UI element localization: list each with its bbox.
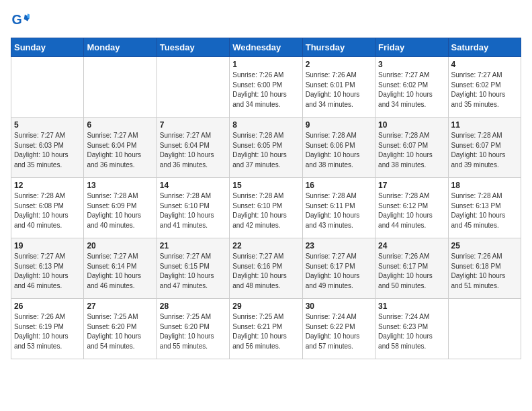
calendar-cell: 3Sunrise: 7:27 AM Sunset: 6:02 PM Daylig… [375, 57, 448, 118]
day-info: Sunrise: 7:24 AM Sunset: 6:23 PM Dayligh… [378, 312, 445, 351]
day-info: Sunrise: 7:28 AM Sunset: 6:07 PM Dayligh… [451, 131, 518, 170]
day-number: 28 [160, 302, 226, 311]
day-info: Sunrise: 7:27 AM Sunset: 6:03 PM Dayligh… [14, 131, 81, 170]
day-info: Sunrise: 7:27 AM Sunset: 6:02 PM Dayligh… [451, 71, 518, 109]
day-info: Sunrise: 7:24 AM Sunset: 6:22 PM Dayligh… [306, 312, 372, 351]
calendar-cell: 11Sunrise: 7:28 AM Sunset: 6:07 PM Dayli… [448, 118, 521, 178]
day-info: Sunrise: 7:28 AM Sunset: 6:05 PM Dayligh… [232, 131, 299, 170]
day-info: Sunrise: 7:25 AM Sunset: 6:20 PM Dayligh… [160, 312, 226, 351]
calendar-body: 1Sunrise: 7:26 AM Sunset: 6:00 PM Daylig… [11, 57, 521, 359]
calendar-cell: 31Sunrise: 7:24 AM Sunset: 6:23 PM Dayli… [375, 299, 448, 359]
day-number: 8 [232, 120, 299, 130]
calendar-cell: 1Sunrise: 7:26 AM Sunset: 6:00 PM Daylig… [230, 57, 302, 118]
calendar-cell: 14Sunrise: 7:28 AM Sunset: 6:10 PM Dayli… [157, 178, 229, 238]
calendar-cell: 5Sunrise: 7:27 AM Sunset: 6:03 PM Daylig… [11, 118, 84, 178]
calendar-cell: 29Sunrise: 7:25 AM Sunset: 6:21 PM Dayli… [230, 299, 302, 359]
page-header: G [11, 11, 521, 30]
day-info: Sunrise: 7:27 AM Sunset: 6:04 PM Dayligh… [87, 131, 153, 170]
weekday-header: Wednesday [230, 38, 302, 57]
day-number: 24 [378, 241, 445, 250]
calendar-week-row: 5Sunrise: 7:27 AM Sunset: 6:03 PM Daylig… [11, 118, 521, 178]
calendar-cell: 6Sunrise: 7:27 AM Sunset: 6:04 PM Daylig… [84, 118, 157, 178]
calendar-header: SundayMondayTuesdayWednesdayThursdayFrid… [11, 38, 521, 57]
calendar-table: SundayMondayTuesdayWednesdayThursdayFrid… [11, 38, 521, 359]
calendar-cell: 17Sunrise: 7:28 AM Sunset: 6:12 PM Dayli… [375, 178, 448, 238]
day-number: 23 [306, 241, 372, 250]
calendar-cell: 12Sunrise: 7:28 AM Sunset: 6:08 PM Dayli… [11, 178, 84, 238]
calendar-cell: 28Sunrise: 7:25 AM Sunset: 6:20 PM Dayli… [157, 299, 229, 359]
calendar-cell: 15Sunrise: 7:28 AM Sunset: 6:10 PM Dayli… [230, 178, 302, 238]
day-info: Sunrise: 7:25 AM Sunset: 6:20 PM Dayligh… [87, 312, 153, 351]
calendar-cell: 7Sunrise: 7:27 AM Sunset: 6:04 PM Daylig… [157, 118, 229, 178]
day-info: Sunrise: 7:27 AM Sunset: 6:04 PM Dayligh… [160, 131, 226, 170]
day-info: Sunrise: 7:27 AM Sunset: 6:13 PM Dayligh… [14, 252, 81, 291]
day-number: 12 [14, 181, 81, 190]
day-info: Sunrise: 7:28 AM Sunset: 6:10 PM Dayligh… [232, 191, 299, 230]
day-number: 31 [378, 302, 445, 311]
calendar-cell: 2Sunrise: 7:26 AM Sunset: 6:01 PM Daylig… [302, 57, 375, 118]
day-info: Sunrise: 7:27 AM Sunset: 6:15 PM Dayligh… [160, 252, 226, 291]
day-number: 16 [306, 181, 372, 190]
day-number: 20 [87, 241, 153, 250]
weekday-header: Monday [84, 38, 157, 57]
day-number: 25 [451, 241, 518, 250]
day-info: Sunrise: 7:26 AM Sunset: 6:18 PM Dayligh… [451, 252, 518, 291]
day-number: 27 [87, 302, 153, 311]
day-info: Sunrise: 7:28 AM Sunset: 6:13 PM Dayligh… [451, 191, 518, 230]
day-info: Sunrise: 7:28 AM Sunset: 6:12 PM Dayligh… [378, 191, 445, 230]
calendar-cell [448, 299, 521, 359]
day-info: Sunrise: 7:28 AM Sunset: 6:08 PM Dayligh… [14, 191, 81, 230]
day-info: Sunrise: 7:28 AM Sunset: 6:09 PM Dayligh… [87, 191, 153, 230]
calendar-week-row: 19Sunrise: 7:27 AM Sunset: 6:13 PM Dayli… [11, 238, 521, 299]
day-number: 6 [87, 120, 153, 130]
calendar-cell: 20Sunrise: 7:27 AM Sunset: 6:14 PM Dayli… [84, 238, 157, 299]
day-info: Sunrise: 7:28 AM Sunset: 6:07 PM Dayligh… [378, 131, 445, 170]
calendar-week-row: 12Sunrise: 7:28 AM Sunset: 6:08 PM Dayli… [11, 178, 521, 238]
calendar-cell: 24Sunrise: 7:26 AM Sunset: 6:17 PM Dayli… [375, 238, 448, 299]
calendar-cell: 19Sunrise: 7:27 AM Sunset: 6:13 PM Dayli… [11, 238, 84, 299]
calendar-cell [157, 57, 229, 118]
day-number: 9 [306, 120, 372, 130]
calendar-cell: 21Sunrise: 7:27 AM Sunset: 6:15 PM Dayli… [157, 238, 229, 299]
calendar-cell: 4Sunrise: 7:27 AM Sunset: 6:02 PM Daylig… [448, 57, 521, 118]
weekday-header: Saturday [448, 38, 521, 57]
day-number: 7 [160, 120, 226, 130]
calendar-week-row: 1Sunrise: 7:26 AM Sunset: 6:00 PM Daylig… [11, 57, 521, 118]
day-number: 15 [232, 181, 299, 190]
day-number: 4 [451, 60, 518, 69]
day-info: Sunrise: 7:27 AM Sunset: 6:16 PM Dayligh… [232, 252, 299, 291]
calendar-cell: 16Sunrise: 7:28 AM Sunset: 6:11 PM Dayli… [302, 178, 375, 238]
day-info: Sunrise: 7:26 AM Sunset: 6:17 PM Dayligh… [378, 252, 445, 291]
logo-icon: G [11, 11, 30, 30]
day-info: Sunrise: 7:28 AM Sunset: 6:06 PM Dayligh… [306, 131, 372, 170]
day-number: 10 [378, 120, 445, 130]
day-number: 30 [306, 302, 372, 311]
day-info: Sunrise: 7:28 AM Sunset: 6:11 PM Dayligh… [306, 191, 372, 230]
day-info: Sunrise: 7:27 AM Sunset: 6:17 PM Dayligh… [306, 252, 372, 291]
day-number: 2 [306, 60, 372, 69]
calendar-cell [84, 57, 157, 118]
day-number: 18 [451, 181, 518, 190]
day-info: Sunrise: 7:27 AM Sunset: 6:02 PM Dayligh… [378, 71, 445, 109]
day-number: 19 [14, 241, 81, 250]
weekday-header: Sunday [11, 38, 84, 57]
day-number: 11 [451, 120, 518, 130]
day-number: 5 [14, 120, 81, 130]
weekday-header: Tuesday [157, 38, 229, 57]
weekday-header: Thursday [302, 38, 375, 57]
day-number: 1 [232, 60, 299, 69]
calendar-cell: 27Sunrise: 7:25 AM Sunset: 6:20 PM Dayli… [84, 299, 157, 359]
weekday-header: Friday [375, 38, 448, 57]
calendar-cell: 9Sunrise: 7:28 AM Sunset: 6:06 PM Daylig… [302, 118, 375, 178]
day-number: 17 [378, 181, 445, 190]
day-number: 21 [160, 241, 226, 250]
day-info: Sunrise: 7:26 AM Sunset: 6:19 PM Dayligh… [14, 312, 81, 351]
day-info: Sunrise: 7:26 AM Sunset: 6:00 PM Dayligh… [232, 71, 299, 109]
calendar-cell: 10Sunrise: 7:28 AM Sunset: 6:07 PM Dayli… [375, 118, 448, 178]
day-info: Sunrise: 7:28 AM Sunset: 6:10 PM Dayligh… [160, 191, 226, 230]
calendar-cell: 18Sunrise: 7:28 AM Sunset: 6:13 PM Dayli… [448, 178, 521, 238]
day-number: 29 [232, 302, 299, 311]
day-info: Sunrise: 7:27 AM Sunset: 6:14 PM Dayligh… [87, 252, 153, 291]
day-number: 14 [160, 181, 226, 190]
calendar-cell: 26Sunrise: 7:26 AM Sunset: 6:19 PM Dayli… [11, 299, 84, 359]
